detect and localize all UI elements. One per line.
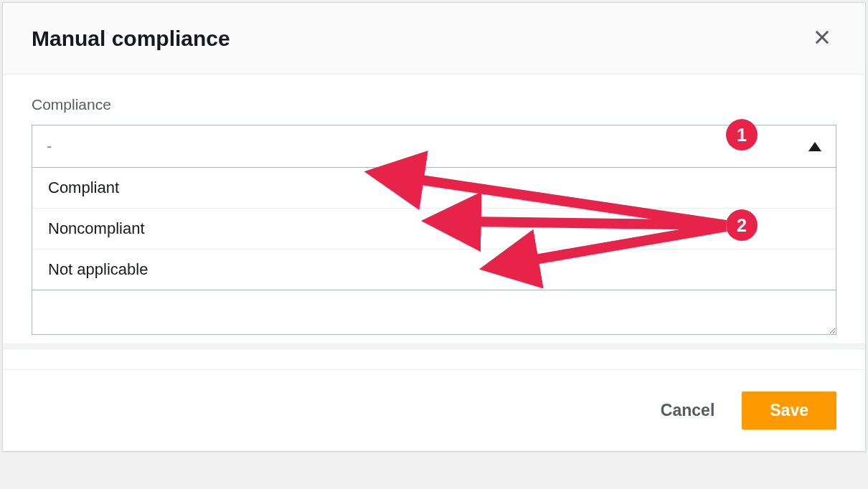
cancel-button[interactable]: Cancel	[651, 394, 725, 427]
modal-header: Manual compliance	[3, 3, 865, 75]
close-button[interactable]	[808, 23, 836, 54]
modal-title: Manual compliance	[32, 27, 230, 51]
save-button[interactable]: Save	[742, 391, 836, 429]
close-icon	[812, 27, 832, 47]
option-compliant[interactable]: Compliant	[32, 168, 836, 209]
compliance-select[interactable]: -	[32, 125, 836, 168]
option-noncompliant[interactable]: Noncompliant	[32, 209, 836, 250]
compliance-dropdown: Compliant Noncompliant Not applicable	[32, 168, 836, 290]
option-not-applicable[interactable]: Not applicable	[32, 250, 836, 290]
manual-compliance-modal: Manual compliance Compliance - Compliant…	[2, 2, 866, 452]
compliance-select-wrapper: - Compliant Noncompliant Not applicable	[32, 125, 836, 335]
caret-up-icon	[808, 142, 821, 151]
annotation-badge-2: 2	[726, 209, 758, 241]
modal-footer: Cancel Save	[3, 369, 865, 451]
compliance-label: Compliance	[32, 96, 836, 113]
modal-body: Compliance - Compliant Noncompliant Not …	[3, 75, 865, 343]
annotation-badge-1: 1	[726, 119, 758, 151]
notes-textarea[interactable]	[32, 290, 836, 335]
select-placeholder: -	[47, 137, 52, 156]
footer-divider	[3, 343, 865, 349]
